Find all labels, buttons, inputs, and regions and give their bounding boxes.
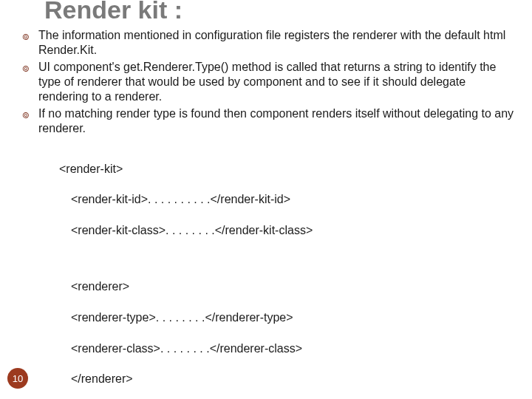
list-item: ๏ The information mentioned in configura…	[22, 28, 517, 58]
slide-title: Render kit :	[44, 0, 183, 24]
code-line: </renderer>	[71, 372, 517, 387]
code-line: <render-kit-class>. . . . . . . .</rende…	[71, 223, 517, 239]
bullet-text: If no matching render type is found then…	[38, 106, 517, 136]
code-line: <renderer>	[71, 279, 517, 295]
code-line: <render-kit-id>. . . . . . . . . .</rend…	[71, 192, 517, 208]
slide-content: ๏ The information mentioned in configura…	[22, 28, 517, 399]
list-item: ๏ UI component's get.Renderer.Type() met…	[22, 60, 517, 104]
bullet-text: UI component's get.Renderer.Type() metho…	[38, 60, 517, 104]
code-line: <render-kit>	[59, 162, 517, 177]
bullet-icon: ๏	[22, 60, 38, 75]
code-block-2: <renderer> <renderer-type>. . . . . . . …	[59, 265, 517, 399]
code-block-1: <render-kit> <render-kit-id>. . . . . . …	[59, 146, 517, 254]
code-line: <renderer-class>. . . . . . . .</rendere…	[71, 341, 517, 357]
bullet-icon: ๏	[22, 106, 38, 122]
list-item: ๏ If no matching render type is found th…	[22, 106, 517, 136]
bullet-icon: ๏	[22, 28, 38, 44]
bullet-text: The information mentioned in configurati…	[38, 28, 517, 58]
code-line: <renderer-type>. . . . . . . .</renderer…	[71, 310, 517, 326]
page-number-badge: 10	[7, 368, 28, 389]
